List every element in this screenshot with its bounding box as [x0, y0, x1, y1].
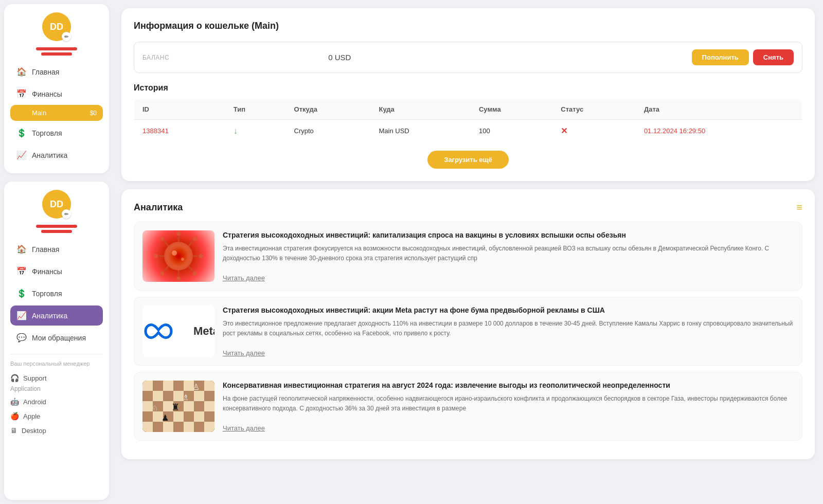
cell-status: ✕ — [552, 120, 636, 142]
svg-text:♗: ♗ — [182, 393, 188, 402]
headset-icon: 🎧 — [10, 374, 19, 382]
footer-apple[interactable]: 🍎 Apple — [10, 409, 103, 423]
support-icon: 💬 — [16, 333, 27, 343]
articles-container: Стратегия высокодоходных инвестиций: кап… — [134, 222, 802, 441]
article-item: Стратегия высокодоходных инвестиций: кап… — [134, 222, 802, 291]
article-heading: Стратегия высокодоходных инвестиций: акц… — [223, 305, 794, 316]
svg-rect-38 — [184, 401, 194, 411]
svg-point-16 — [160, 272, 164, 276]
footer-desktop[interactable]: 🖥 Desktop — [10, 423, 103, 438]
footer-support[interactable]: 🎧 Support — [10, 371, 103, 385]
article-text: На фоне растущей геополитической напряже… — [223, 394, 794, 413]
android-icon: 🤖 — [10, 398, 19, 406]
analytics-header: Аналитика ≡ — [134, 202, 802, 213]
svg-point-17 — [172, 250, 177, 256]
meta-logo-text: Meta — [142, 318, 214, 344]
sidebar-item-analytics[interactable]: 📈 Аналитика — [10, 145, 103, 165]
withdraw-button[interactable]: Снять — [753, 49, 794, 65]
svg-line-11 — [189, 266, 194, 273]
history-title: История — [134, 83, 802, 93]
desktop-icon: 🖥 — [10, 426, 17, 435]
footer-apple-label: Apple — [23, 412, 40, 420]
footer-android[interactable]: 🤖 Android — [10, 394, 103, 409]
sidebar-label-trading: Торговля — [32, 129, 62, 137]
sidebar-main-value: $0 — [90, 110, 97, 117]
article-content: Стратегия высокодоходных инвестиций: кап… — [223, 230, 794, 282]
col-type: Тип — [225, 99, 286, 120]
sidebar-item-home2[interactable]: 🏠 Главная — [10, 239, 103, 259]
sidebar-item-trading[interactable]: 💲 Торговля — [10, 123, 103, 143]
svg-rect-44 — [173, 411, 184, 422]
analytics-card: Аналитика ≡ — [121, 189, 815, 459]
sidebar-item-finance[interactable]: 📅 Финансы — [10, 84, 103, 104]
article-item: ♜ ♗ ♟ ♙ ♘ Консервативная инвестиционная … — [134, 372, 802, 441]
trading-icon: 💲 — [16, 128, 27, 138]
avatar-initials-bottom: DD — [50, 199, 63, 210]
sidebar-item-main-wallet[interactable]: Main $0 — [10, 105, 103, 121]
user-avatar-top: DD ✏ — [10, 12, 103, 56]
analytics-icon-2: 📈 — [16, 311, 27, 320]
svg-rect-20 — [142, 381, 153, 391]
read-more-link[interactable]: Читать далее — [223, 274, 794, 282]
history-table-body: 1388341↓CryptoMain USD100✕01.12.2024 16:… — [134, 120, 802, 142]
table-header-row: ID Тип Откуда Куда Сумма Статус Дата — [134, 99, 802, 120]
avatar-edit-icon-top[interactable]: ✏ — [62, 32, 71, 41]
avatar-edit-icon-bottom[interactable]: ✏ — [62, 209, 71, 219]
svg-rect-28 — [153, 391, 163, 401]
read-more-link[interactable]: Читать далее — [223, 349, 794, 357]
col-id: ID — [134, 99, 225, 120]
balance-value: 0 USD — [328, 53, 683, 62]
main-content: Информация о кошельке (Main) БАЛАНС 0 US… — [113, 0, 823, 504]
footer-desktop-label: Desktop — [22, 427, 46, 435]
cell-amount: 100 — [471, 120, 552, 142]
sidebar-label-main: Main — [32, 109, 46, 117]
article-image-meta: Meta — [142, 305, 214, 357]
col-date: Дата — [636, 99, 802, 120]
svg-rect-54 — [204, 422, 214, 432]
read-more-link[interactable]: Читать далее — [223, 424, 794, 432]
menu-lines-icon[interactable]: ≡ — [796, 202, 802, 213]
nav-top: 🏠 Главная 📅 Финансы Main $0 💲 Торговля 📈… — [10, 62, 103, 165]
svg-rect-50 — [163, 422, 173, 432]
home-icon: 🏠 — [16, 67, 27, 77]
col-status: Статус — [552, 99, 636, 120]
article-item: Meta Стратегия высокодоходных инвестиций… — [134, 297, 802, 366]
article-content: Консервативная инвестиционная стратегия … — [223, 381, 794, 432]
load-more-button[interactable]: Загрузить ещё — [427, 151, 508, 169]
article-image-virus — [142, 230, 214, 282]
chess-board: ♜ ♗ ♟ ♙ ♘ — [142, 381, 214, 432]
svg-point-18 — [181, 258, 184, 261]
svg-rect-46 — [194, 411, 204, 422]
sidebar-item-trading2[interactable]: 💲 Торговля — [10, 283, 103, 303]
finance-icon-2: 📅 — [16, 266, 27, 276]
svg-rect-53 — [194, 422, 204, 432]
footer-support-label: Support — [23, 374, 47, 382]
balance-row: БАЛАНС 0 USD Пополнить Снять — [134, 42, 802, 73]
svg-rect-32 — [194, 391, 204, 401]
avatar-line-2 — [41, 52, 72, 56]
avatar-lines-bottom — [36, 225, 77, 233]
history-table-header: ID Тип Откуда Куда Сумма Статус Дата — [134, 99, 802, 120]
sidebar-label-home: Главная — [32, 68, 59, 76]
svg-rect-27 — [142, 391, 153, 401]
meta-infinity-svg — [142, 318, 189, 344]
sidebar-item-analytics2[interactable]: 📈 Аналитика — [10, 305, 103, 326]
user-avatar-bottom: DD ✏ — [10, 190, 103, 233]
sidebar-item-home[interactable]: 🏠 Главная — [10, 62, 103, 82]
svg-line-13 — [189, 240, 194, 246]
sidebar-item-finance2[interactable]: 📅 Финансы — [10, 261, 103, 281]
avatar-circle-top: DD ✏ — [42, 12, 71, 41]
wallet-card: Информация о кошельке (Main) БАЛАНС 0 US… — [121, 8, 815, 181]
finance-icon: 📅 — [16, 89, 27, 99]
sidebar-item-support[interactable]: 💬 Мои обращения — [10, 328, 103, 348]
svg-rect-23 — [173, 381, 184, 391]
sidebar-label-finance: Финансы — [32, 90, 62, 98]
article-text: Эта инвестиционная стратегия фокусируетс… — [223, 244, 794, 263]
svg-rect-49 — [153, 422, 163, 432]
meta-text: Meta — [193, 325, 214, 338]
svg-text:♜: ♜ — [171, 402, 178, 412]
cell-to: Main USD — [370, 120, 471, 142]
svg-rect-26 — [204, 381, 214, 391]
avatar-initials-top: DD — [50, 22, 63, 32]
deposit-button[interactable]: Пополнить — [692, 49, 749, 65]
